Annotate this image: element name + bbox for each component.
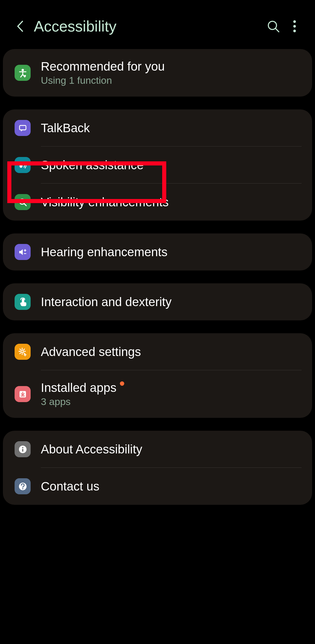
settings-group-speech-vision: TalkBackSpoken assistanceVisibility enha…: [3, 109, 312, 221]
notification-badge: [120, 381, 124, 386]
row-recommended-for-you[interactable]: Recommended for youUsing 1 function: [3, 49, 312, 97]
svg-rect-7: [20, 163, 22, 168]
settings-group-interaction: Interaction and dexterity: [3, 283, 312, 320]
row-interaction-dexterity[interactable]: Interaction and dexterity: [3, 283, 312, 320]
row-visibility-enhancements[interactable]: Visibility enhancements: [3, 184, 312, 221]
row-text: Contact us: [41, 479, 99, 493]
svg-point-9: [21, 350, 23, 352]
row-talkback[interactable]: TalkBack: [3, 109, 312, 146]
volume-adjust-icon: [15, 244, 31, 260]
help-circle-icon: [15, 478, 31, 494]
speaker-waves-icon: [15, 157, 31, 173]
row-title: Installed apps: [41, 381, 124, 395]
back-button[interactable]: [15, 21, 25, 32]
row-subtitle: 3 apps: [41, 396, 124, 407]
row-title: Spoken assistance: [41, 158, 144, 172]
row-text: About Accessibility: [41, 442, 142, 456]
row-contact-us[interactable]: Contact us: [3, 468, 312, 505]
row-text: TalkBack: [41, 121, 90, 135]
row-text: Visibility enhancements: [41, 195, 169, 209]
settings-group-info: About AccessibilityContact us: [3, 431, 312, 505]
row-spoken-assistance[interactable]: Spoken assistance: [3, 146, 312, 184]
more-options-button[interactable]: [293, 20, 296, 32]
touch-tap-icon: [15, 294, 31, 310]
settings-groups: Recommended for youUsing 1 functionTalkB…: [0, 49, 315, 505]
row-text: Interaction and dexterity: [41, 295, 172, 309]
row-hearing-enhancements[interactable]: Hearing enhancements: [3, 233, 312, 270]
row-installed-apps[interactable]: Installed apps3 apps: [3, 370, 312, 418]
search-button[interactable]: [267, 20, 280, 33]
vertical-dots-icon: [293, 20, 296, 32]
row-title: Contact us: [41, 479, 99, 493]
row-text: Installed apps3 apps: [41, 381, 124, 407]
row-title: TalkBack: [41, 121, 90, 135]
svg-point-4: [22, 69, 24, 71]
row-title: Recommended for you: [41, 60, 165, 74]
app-header: Accessibility: [0, 0, 315, 49]
chat-bubble-icon: [15, 120, 31, 136]
row-title: Hearing enhancements: [41, 245, 167, 259]
svg-rect-6: [20, 125, 26, 130]
svg-point-1: [293, 20, 296, 23]
svg-point-3: [293, 30, 296, 32]
svg-rect-13: [22, 449, 23, 452]
gear-plus-icon: [15, 344, 31, 360]
accessibility-person-icon: [15, 65, 31, 81]
header-actions: [267, 20, 296, 33]
settings-group-hearing: Hearing enhancements: [3, 233, 312, 270]
settings-group-advanced: Advanced settingsInstalled apps3 apps: [3, 333, 312, 418]
row-text: Recommended for youUsing 1 function: [41, 60, 165, 86]
row-subtitle: Using 1 function: [41, 75, 165, 86]
svg-point-15: [22, 488, 23, 489]
svg-point-5: [24, 75, 26, 77]
svg-point-2: [293, 25, 296, 28]
row-text: Spoken assistance: [41, 158, 144, 172]
download-box-icon: [15, 386, 31, 402]
row-text: Advanced settings: [41, 345, 141, 359]
chevron-left-icon: [16, 20, 24, 32]
info-circle-icon: [15, 441, 31, 457]
row-title: Visibility enhancements: [41, 195, 169, 209]
magnify-plus-icon: [15, 194, 31, 210]
search-icon: [267, 20, 280, 33]
row-advanced-settings[interactable]: Advanced settings: [3, 333, 312, 370]
row-title: About Accessibility: [41, 442, 142, 456]
row-text: Hearing enhancements: [41, 245, 167, 259]
svg-point-12: [22, 447, 23, 448]
row-title: Advanced settings: [41, 345, 141, 359]
settings-group-recommended: Recommended for youUsing 1 function: [3, 49, 312, 97]
row-title: Interaction and dexterity: [41, 295, 172, 309]
page-title: Accessibility: [34, 18, 267, 35]
row-about-accessibility[interactable]: About Accessibility: [3, 431, 312, 468]
